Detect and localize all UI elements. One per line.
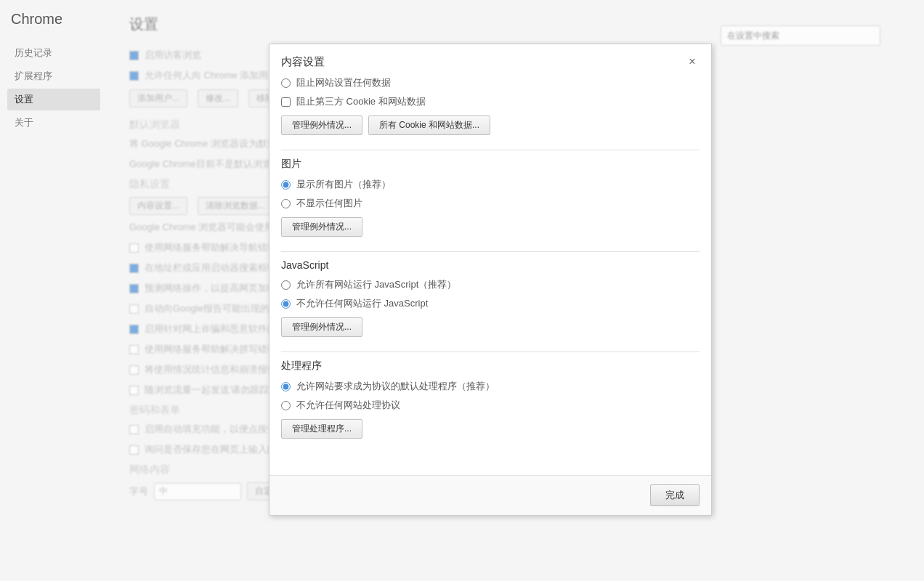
radio-allow-js[interactable]: 允许所有网站运行 JavaScript（推荐） (281, 278, 700, 291)
radio-block-js-input[interactable] (281, 299, 291, 309)
radio-show-all-images-input[interactable] (281, 180, 291, 190)
manage-exceptions-js-button[interactable]: 管理例外情况... (281, 317, 362, 337)
radio-show-all-images-label: 显示所有图片（推荐） (296, 178, 391, 191)
radio-allow-js-input[interactable] (281, 280, 291, 290)
done-button[interactable]: 完成 (650, 484, 700, 506)
radio-block-all-label: 阻止网站设置任何数据 (296, 76, 391, 89)
content-settings-dialog: 内容设置 × 阻止网站设置任何数据 阻止第三方 Cookie 和网站数据 管理例… (269, 44, 712, 516)
app-logo: Chrome (7, 11, 100, 28)
bg-checkbox-adduser (129, 71, 139, 81)
images-buttons: 管理例外情况... (281, 217, 700, 237)
bg-checkbox-visit (129, 51, 139, 60)
radio-block-js[interactable]: 不允许任何网站运行 JavaScript (281, 297, 700, 310)
radio-block-handlers-label: 不允许任何网站处理协议 (296, 399, 400, 412)
radio-block-handlers[interactable]: 不允许任何网站处理协议 (281, 399, 700, 412)
divider-1 (281, 150, 700, 150)
javascript-section: JavaScript 允许所有网站运行 JavaScript（推荐） 不允许任何… (281, 259, 700, 337)
bg-btn-clear: 清除浏览数据... (198, 197, 273, 215)
radio-allow-handlers-label: 允许网站要求成为协议的默认处理程序（推荐） (296, 380, 495, 393)
radio-no-images[interactable]: 不显示任何图片 (281, 197, 700, 210)
radio-block-all-input[interactable] (281, 78, 291, 88)
radio-allow-handlers-input[interactable] (281, 382, 291, 391)
images-section-title: 图片 (281, 158, 700, 171)
spacer (281, 453, 700, 468)
bg-btn-modify: 修改... (198, 89, 238, 107)
close-button[interactable]: × (685, 54, 700, 69)
checkbox-block-third-party-label: 阻止第三方 Cookie 和网站数据 (296, 95, 426, 108)
javascript-buttons: 管理例外情况... (281, 317, 700, 337)
radio-allow-handlers[interactable]: 允许网站要求成为协议的默认处理程序（推荐） (281, 380, 700, 393)
divider-2 (281, 251, 700, 252)
dialog-title: 内容设置 (281, 55, 325, 69)
radio-no-images-input[interactable] (281, 199, 291, 208)
checkbox-block-third-party[interactable]: 阻止第三方 Cookie 和网站数据 (281, 95, 700, 108)
cookies-buttons: 管理例外情况... 所有 Cookie 和网站数据... (281, 115, 700, 135)
sidebar-item-extensions[interactable]: 扩展程序 (7, 65, 100, 87)
dialog-header: 内容设置 × (270, 44, 711, 76)
handlers-section-title: 处理程序 (281, 359, 700, 373)
manage-exceptions-images-button[interactable]: 管理例外情况... (281, 217, 362, 237)
search-input[interactable] (727, 31, 874, 41)
checkbox-block-third-party-input[interactable] (281, 97, 291, 107)
dialog-body[interactable]: 阻止网站设置任何数据 阻止第三方 Cookie 和网站数据 管理例外情况... … (270, 76, 711, 475)
manage-handlers-button[interactable]: 管理处理程序... (281, 419, 362, 439)
sidebar-item-about[interactable]: 关于 (7, 112, 100, 134)
radio-block-js-label: 不允许任何网站运行 JavaScript (296, 297, 428, 310)
radio-block-all-cookies[interactable]: 阻止网站设置任何数据 (281, 76, 700, 89)
handlers-buttons: 管理处理程序... (281, 419, 700, 439)
bg-btn-adduser: 添加用户... (129, 89, 187, 107)
radio-no-images-label: 不显示任何图片 (296, 197, 362, 210)
sidebar-item-settings[interactable]: 设置 (7, 89, 100, 110)
sidebar-item-history[interactable]: 历史记录 (7, 42, 100, 64)
radio-allow-js-label: 允许所有网站运行 JavaScript（推荐） (296, 278, 456, 291)
radio-block-handlers-input[interactable] (281, 401, 291, 410)
radio-show-all-images[interactable]: 显示所有图片（推荐） (281, 178, 700, 191)
handlers-section: 处理程序 允许网站要求成为协议的默认处理程序（推荐） 不允许任何网站处理协议 管… (281, 359, 700, 439)
manage-exceptions-cookies-button[interactable]: 管理例外情况... (281, 115, 362, 135)
javascript-section-title: JavaScript (281, 259, 700, 271)
bg-btn-content: 内容设置... (129, 197, 187, 215)
dialog-footer: 完成 (270, 475, 711, 515)
all-cookies-button[interactable]: 所有 Cookie 和网站数据... (368, 115, 490, 135)
divider-3 (281, 352, 700, 352)
images-section: 图片 显示所有图片（推荐） 不显示任何图片 管理例外情况... (281, 158, 700, 237)
search-bar[interactable] (721, 25, 880, 46)
cookies-section: 阻止网站设置任何数据 阻止第三方 Cookie 和网站数据 管理例外情况... … (281, 76, 700, 135)
sidebar: Chrome 历史记录 扩展程序 设置 关于 (0, 0, 108, 581)
